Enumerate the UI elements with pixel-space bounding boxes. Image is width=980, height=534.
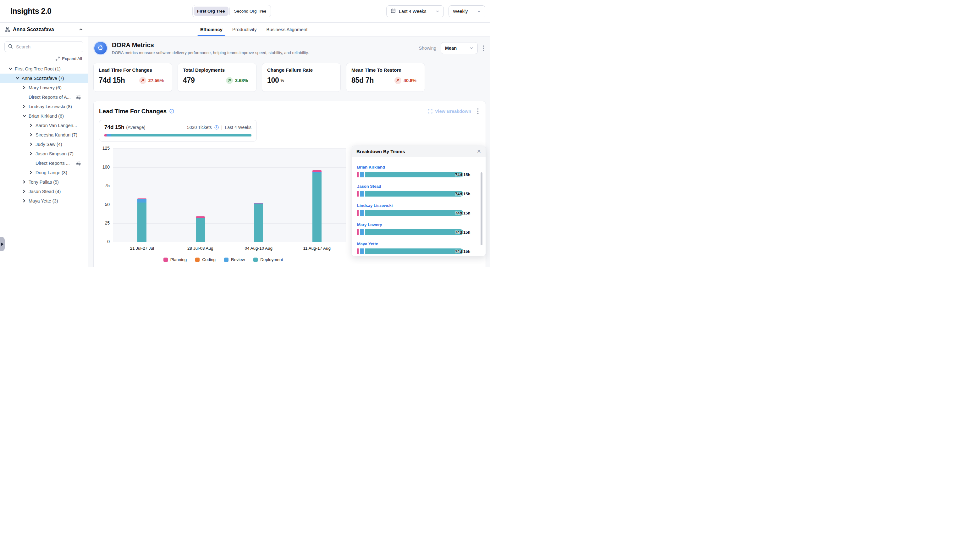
sidebar-item-judy-saw-4[interactable]: Judy Saw (4) xyxy=(0,140,88,149)
tab-business-alignment[interactable]: Business Alignment xyxy=(265,22,308,36)
chevron-right-icon[interactable] xyxy=(22,86,26,90)
trend-delta-value: 3.68% xyxy=(235,78,248,83)
sidebar-expand-handle[interactable] xyxy=(0,237,5,251)
metric-card-mean-time-to-restore: Mean Time To Restore85d 7h40.8% xyxy=(346,63,425,92)
dora-titles: DORA Metrics DORA metrics measure softwa… xyxy=(112,41,309,55)
trend-up-icon xyxy=(226,77,233,84)
lead-time-chart: 025507510012521 Jul-27 Jul28 Jul-03 Aug0… xyxy=(113,148,346,242)
breakdown-team-link[interactable]: Brian Kirkland xyxy=(357,165,385,169)
sidebar-item-doug-lange-3[interactable]: Doug Lange (3) xyxy=(0,168,88,177)
chevron-right-icon[interactable] xyxy=(22,189,26,194)
view-breakdown-button[interactable]: View Breakdown xyxy=(428,109,471,114)
summary-bar-segment-review xyxy=(107,134,111,137)
breakdown-row-mary-lowery: Mary Lowery74d 15h xyxy=(357,222,478,235)
org-tree-toggle-second[interactable]: Second Org Tree xyxy=(231,6,270,16)
dora-title: DORA Metrics xyxy=(112,41,309,49)
sidebar-collapse-chevron[interactable] xyxy=(79,27,83,32)
sidebar-item-first-org-tree-root-1[interactable]: First Org Tree Root (1) xyxy=(0,64,88,73)
x-axis-label: 11 Aug-17 Aug xyxy=(288,246,345,251)
sidebar-item-lindsay-liszewski-8[interactable]: Lindsay Liszewski (8) xyxy=(0,102,88,111)
kebab-menu-icon[interactable] xyxy=(482,45,485,52)
sidebar-item-brian-kirkland-6[interactable]: Brian Kirkland (6) xyxy=(0,111,88,121)
chevron-down-icon[interactable] xyxy=(8,67,13,71)
breakdown-team-link[interactable]: Maya Yette xyxy=(357,242,378,246)
metric-card-value: 100 xyxy=(267,76,279,84)
sidebar-item-maya-yette-3[interactable]: Maya Yette (3) xyxy=(0,196,88,206)
info-icon[interactable] xyxy=(214,125,219,129)
search-input[interactable] xyxy=(5,41,83,52)
average-summary-card: 74d 15h (Average) 5030 Tickets | Last 4 … xyxy=(99,120,257,142)
lead-time-title-group: Lead Time For Changes xyxy=(99,108,174,115)
sidebar: Anna Scozzafava Expand All First Org Tre… xyxy=(0,22,88,267)
chevron-down-icon[interactable] xyxy=(22,114,26,118)
breakdown-team-link[interactable]: Jason Stead xyxy=(357,184,381,189)
lead-time-panel-header: Lead Time For Changes View Breakdown xyxy=(99,108,479,115)
tree-item-label: Doug Lange (3) xyxy=(35,170,67,175)
dora-description: DORA metrics measure software delivery p… xyxy=(112,50,309,55)
tab-efficiency[interactable]: Efficiency xyxy=(199,22,223,36)
summary-meta: 5030 Tickets | Last 4 Weeks xyxy=(187,125,251,130)
sidebar-item-direct-reports[interactable]: Direct Reports ... xyxy=(0,158,88,168)
search-box xyxy=(5,41,83,52)
sidebar-item-jason-simpson-7[interactable]: Jason Simpson (7) xyxy=(0,149,88,158)
filter-icon[interactable] xyxy=(76,95,81,100)
metric-card-title: Mean Time To Restore xyxy=(352,67,420,73)
sidebar-item-anna-scozzafava-7[interactable]: Anna Scozzafava (7) xyxy=(0,73,88,83)
tree-item-label: Brian Kirkland (6) xyxy=(29,113,64,119)
chevron-down-icon[interactable] xyxy=(15,76,19,81)
chevron-right-icon[interactable] xyxy=(29,151,33,156)
gridline xyxy=(113,148,346,149)
bar-segment-deployment xyxy=(254,204,263,242)
close-icon[interactable]: ✕ xyxy=(477,149,481,154)
chart-bar-04-aug-10-aug xyxy=(254,203,263,242)
expand-all-button[interactable]: Expand All xyxy=(56,56,82,61)
breakdown-stacked-bar: 74d 15h xyxy=(357,229,463,235)
metric-card-suffix: % xyxy=(280,78,284,83)
chevron-right-icon[interactable] xyxy=(29,123,33,128)
showing-dropdown[interactable]: Mean xyxy=(441,42,478,54)
sidebar-item-sireesha-kunduri-7[interactable]: Sireesha Kunduri (7) xyxy=(0,130,88,140)
summary-bar-segment-planning xyxy=(104,134,107,137)
sidebar-item-tony-pallas-5[interactable]: Tony Pallas (5) xyxy=(0,177,88,187)
breakdown-team-link[interactable]: Mary Lowery xyxy=(357,222,382,227)
search-icon xyxy=(8,44,13,50)
lead-time-title: Lead Time For Changes xyxy=(99,108,167,115)
bar-segment-deployment xyxy=(312,173,321,242)
org-tree-toggle-first[interactable]: First Org Tree xyxy=(194,6,229,16)
sidebar-item-aaron-van-langen[interactable]: Aaron Van Langen... xyxy=(0,121,88,130)
bar-segment-deployment xyxy=(137,202,146,242)
chevron-right-icon[interactable] xyxy=(29,133,33,137)
breakdown-stacked-bar: 74d 15h xyxy=(357,172,463,177)
metric-card-value: 479 xyxy=(183,76,194,84)
chevron-right-icon[interactable] xyxy=(29,171,33,175)
tab-productivity[interactable]: Productivity xyxy=(231,22,258,36)
chevron-right-icon[interactable] xyxy=(22,199,26,203)
average-summary-line: 74d 15h (Average) 5030 Tickets | Last 4 … xyxy=(104,124,251,131)
legend-swatch xyxy=(164,258,168,262)
filter-icon[interactable] xyxy=(76,161,81,166)
tree-item-label: Sireesha Kunduri (7) xyxy=(35,132,77,137)
chevron-right-icon[interactable] xyxy=(29,142,33,147)
org-tree-icon xyxy=(5,27,10,32)
kebab-menu-icon[interactable] xyxy=(476,108,479,115)
breakdown-value: 74d 15h xyxy=(455,211,470,215)
granularity-dropdown[interactable]: Weekly xyxy=(449,5,485,17)
bar-segment-review xyxy=(360,191,364,196)
sidebar-item-direct-reports-of-a[interactable]: Direct Reports of A... xyxy=(0,92,88,102)
sidebar-item-jason-stead-4[interactable]: Jason Stead (4) xyxy=(0,187,88,196)
trend-up-icon xyxy=(139,77,146,84)
date-range-dropdown[interactable]: Last 4 Weeks xyxy=(386,5,444,17)
chevron-right-icon[interactable] xyxy=(22,180,26,184)
gridline xyxy=(113,205,346,205)
breakdown-team-link[interactable]: Lindsay Liszewski xyxy=(357,203,393,208)
breakdown-value: 74d 15h xyxy=(455,249,470,254)
scrollbar-thumb[interactable] xyxy=(480,172,482,245)
chevron-right-icon[interactable] xyxy=(22,104,26,109)
granularity-value: Weekly xyxy=(453,9,474,14)
sidebar-item-mary-lowery-6[interactable]: Mary Lowery (6) xyxy=(0,83,88,92)
tree-item-label: Direct Reports of A... xyxy=(29,95,71,100)
divider: | xyxy=(221,125,223,130)
legend-item-review: Review xyxy=(224,257,245,262)
info-icon[interactable] xyxy=(169,109,174,113)
bar-segment-planning xyxy=(357,210,359,216)
